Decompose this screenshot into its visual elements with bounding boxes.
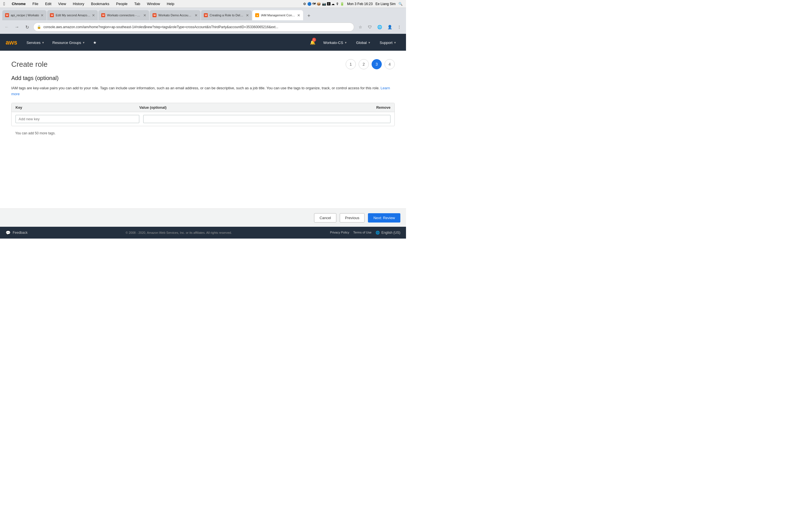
nav-workato-cs[interactable]: Workato-CS ▼ — [319, 34, 351, 51]
extension-button-2[interactable]: 🌐 — [375, 23, 384, 31]
tab-creating-role[interactable]: W Creating a Role to Delega... ✕ — [201, 10, 252, 20]
support-label: Support — [380, 41, 393, 45]
menu-button[interactable]: ⋮ — [395, 23, 403, 31]
language-selector[interactable]: 🌐 English (US) — [375, 231, 400, 235]
column-header-value: Value (optional) — [139, 105, 368, 110]
step-3[interactable]: 3 — [371, 59, 382, 69]
browser-chrome: W api_recipe | Workato ✕ W Edit My secon… — [0, 8, 406, 34]
feedback-button[interactable]: 💬 Feedback — [6, 230, 28, 235]
globe-icon: 🌐 — [375, 231, 380, 235]
nav-global[interactable]: Global ▼ — [352, 34, 374, 51]
tab-close-6[interactable]: ✕ — [297, 13, 300, 17]
aws-header-right: 🔔 1 Workato-CS ▼ Global ▼ Support ▼ — [307, 34, 400, 51]
forward-button[interactable]: → — [13, 23, 21, 31]
page-title: Create role — [11, 60, 48, 69]
tab-favicon-4: W — [153, 13, 156, 17]
tab-bar: W api_recipe | Workato ✕ W Edit My secon… — [0, 8, 406, 20]
browser-extensions: 👤 ⋮ — [386, 23, 403, 31]
url-bar[interactable]: 🔒 console.aws.amazon.com/iam/home?region… — [33, 22, 354, 32]
tab-workato-connectors[interactable]: W Workato connectors - Am... ✕ — [98, 10, 149, 20]
new-tab-button[interactable]: + — [305, 12, 313, 20]
menu-help[interactable]: Help — [165, 1, 175, 6]
feedback-icon: 💬 — [6, 230, 10, 235]
menu-people[interactable]: People — [115, 1, 129, 6]
menubar-icons: ⚙ 🔵 🗺 📦 📷 🅱 ☁ 🎙 🔋 — [303, 2, 344, 6]
next-review-button[interactable]: Next: Review — [368, 213, 400, 223]
tab-edit-amazon[interactable]: W Edit My second Amazon S... ✕ — [47, 10, 98, 20]
tab-iam-console[interactable]: ▲ IAM Management Console ✕ — [252, 10, 303, 20]
mac-menubar:  Chrome File Edit View History Bookmark… — [0, 0, 406, 8]
menu-edit[interactable]: Edit — [44, 1, 52, 6]
menu-history[interactable]: History — [71, 1, 85, 6]
aws-logo-svg: aws — [6, 39, 17, 46]
tab-favicon-5: W — [204, 13, 208, 17]
menubar-time: Mon 3 Feb 16:23 — [347, 2, 373, 6]
url-bar-actions: ☆ 🛡 🌐 — [356, 23, 384, 31]
tab-title-4: Workato Demo Account A... — [158, 13, 193, 17]
global-chevron: ▼ — [368, 41, 371, 44]
address-bar: ← → ↻ 🔒 console.aws.amazon.com/iam/home?… — [0, 20, 406, 34]
tag-value-input[interactable] — [143, 115, 391, 123]
step-1[interactable]: 1 — [346, 59, 356, 69]
step-indicators: 1 2 3 4 — [346, 59, 395, 69]
notification-badge: 1 — [312, 38, 316, 42]
menu-window[interactable]: Window — [146, 1, 161, 6]
notifications-button[interactable]: 🔔 1 — [307, 34, 318, 51]
nav-support[interactable]: Support ▼ — [376, 34, 400, 51]
terms-of-use-link[interactable]: Terms of Use — [353, 231, 371, 235]
reload-button[interactable]: ↻ — [23, 23, 31, 31]
extension-button-1[interactable]: 🛡 — [366, 23, 374, 31]
star-icon: ★ — [93, 40, 97, 45]
menu-file[interactable]: File — [31, 1, 40, 6]
svg-text:aws: aws — [6, 39, 17, 46]
tab-workato-demo[interactable]: W Workato Demo Account A... ✕ — [150, 10, 200, 20]
bottom-links: Privacy Policy Terms of Use 🌐 English (U… — [330, 231, 400, 235]
nav-resource-groups[interactable]: Resource Groups ▼ — [49, 34, 89, 51]
tag-key-input[interactable] — [15, 115, 139, 123]
aws-header: aws Services ▼ Resource Groups ▼ ★ 🔔 1 W… — [0, 34, 406, 51]
language-label: English (US) — [382, 231, 400, 235]
tab-favicon-3: W — [101, 13, 105, 17]
menu-bookmarks[interactable]: Bookmarks — [90, 1, 110, 6]
global-label: Global — [356, 41, 367, 45]
menu-view[interactable]: View — [57, 1, 67, 6]
tab-close-3[interactable]: ✕ — [143, 13, 146, 17]
bookmark-button[interactable]: ☆ — [356, 23, 364, 31]
step-4[interactable]: 4 — [385, 59, 395, 69]
nav-services[interactable]: Services ▼ — [22, 34, 49, 51]
column-header-remove: Remove — [368, 105, 391, 110]
tag-row-1 — [11, 112, 395, 126]
tab-close-5[interactable]: ✕ — [246, 13, 249, 17]
column-header-key: Key — [15, 105, 139, 110]
tab-title-3: Workato connectors - Am... — [107, 13, 142, 17]
cancel-button[interactable]: Cancel — [314, 213, 336, 223]
tab-favicon-1: W — [5, 13, 9, 17]
privacy-policy-link[interactable]: Privacy Policy — [330, 231, 349, 235]
tab-close-2[interactable]: ✕ — [92, 13, 95, 17]
nav-star[interactable]: ★ — [89, 34, 101, 51]
tab-favicon-6: ▲ — [255, 13, 259, 17]
search-icon[interactable]: 🔍 — [398, 2, 403, 6]
tab-title-6: IAM Management Console — [261, 13, 296, 17]
menubar-user: Ee Liang Sim — [375, 2, 396, 6]
resource-chevron: ▼ — [82, 41, 85, 44]
description-text: IAM tags are key-value pairs you can add… — [11, 86, 395, 97]
support-chevron: ▼ — [394, 41, 396, 44]
create-role-header: Create role 1 2 3 4 — [11, 59, 395, 69]
back-button[interactable]: ← — [3, 23, 11, 31]
services-chevron: ▼ — [42, 41, 45, 44]
step-2[interactable]: 2 — [359, 59, 369, 69]
tab-close-4[interactable]: ✕ — [195, 13, 198, 17]
tab-title-2: Edit My second Amazon S... — [56, 13, 90, 17]
tags-table: Key Value (optional) Remove — [11, 103, 395, 126]
menu-tab[interactable]: Tab — [133, 1, 141, 6]
tab-favicon-2: W — [50, 13, 54, 17]
tab-api-recipe[interactable]: W api_recipe | Workato ✕ — [2, 10, 47, 20]
profile-button[interactable]: 👤 — [386, 23, 394, 31]
menu-chrome[interactable]: Chrome — [11, 1, 27, 6]
previous-button[interactable]: Previous — [340, 213, 365, 223]
tag-count-text: You can add 50 more tags. — [11, 130, 395, 136]
workato-cs-label: Workato-CS — [323, 41, 343, 45]
aws-logo: aws — [6, 39, 17, 46]
tab-close-1[interactable]: ✕ — [41, 13, 44, 17]
